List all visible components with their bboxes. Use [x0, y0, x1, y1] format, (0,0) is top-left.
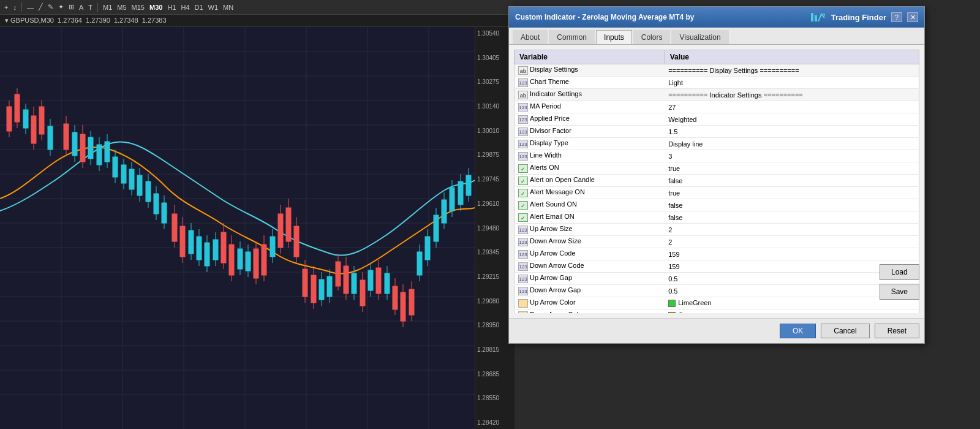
save-button[interactable]: Save — [880, 284, 919, 300]
svg-rect-131 — [458, 181, 463, 205]
table-row: 123Up Arrow Gap0.5 — [514, 273, 919, 285]
param-value-6[interactable]: Display line — [665, 138, 919, 150]
svg-rect-95 — [162, 203, 167, 223]
svg-rect-127 — [442, 200, 447, 223]
tab-visualization[interactable]: Visualization — [671, 30, 728, 44]
candlestick-chart — [0, 27, 475, 429]
tab-inputs[interactable]: Inputs — [596, 30, 632, 44]
table-row: 123Down Arrow Size2 — [514, 236, 919, 248]
tf-m1[interactable]: M1 — [101, 4, 114, 11]
param-value-8[interactable]: true — [665, 162, 919, 175]
param-value-15[interactable]: 159 — [665, 248, 919, 260]
svg-rect-43 — [254, 249, 258, 278]
col-value: Value — [665, 50, 919, 64]
params-table: Variable Value abDisplay Settings=======… — [514, 50, 919, 313]
tool-label[interactable]: T — [86, 4, 94, 11]
tool-text[interactable]: A — [77, 4, 85, 11]
chart-toolbar: + ↕ — ╱ ✎ ✦ ⊞ A T M1 M5 M15 M30 H1 H4 D1… — [0, 0, 514, 15]
tf-h1[interactable]: H1 — [165, 4, 178, 11]
svg-rect-105 — [238, 249, 243, 269]
table-row: 123Down Arrow Code159 — [514, 260, 919, 273]
svg-rect-75 — [72, 132, 77, 156]
svg-rect-51 — [294, 226, 299, 257]
param-value-12[interactable]: false — [665, 211, 919, 224]
svg-rect-121 — [417, 252, 422, 275]
svg-rect-31 — [64, 124, 69, 150]
svg-rect-99 — [197, 237, 202, 260]
footer-buttons: OK Cancel Reset — [780, 324, 919, 338]
tf-w1[interactable]: W1 — [206, 4, 221, 11]
param-value-20[interactable]: Orange — [665, 309, 919, 314]
table-row: 123Up Arrow Code159 — [514, 248, 919, 260]
param-value-9[interactable]: false — [665, 175, 919, 187]
symbol-info: ▾ GBPUSD,M30 1.27364 1.27390 1.27348 1.2… — [5, 17, 167, 25]
tool-gann[interactable]: ⊞ — [67, 3, 76, 11]
svg-rect-39 — [221, 232, 226, 263]
svg-rect-27 — [31, 116, 36, 143]
color-swatch — [668, 312, 676, 313]
dialog-footer: OK Cancel Reset — [509, 318, 924, 343]
svg-rect-63 — [376, 268, 381, 294]
param-value-1[interactable]: Light — [665, 77, 919, 89]
cancel-button[interactable]: Cancel — [821, 324, 869, 338]
table-row: 123Chart ThemeLight — [514, 77, 919, 89]
svg-rect-61 — [360, 280, 365, 306]
param-value-7[interactable]: 3 — [665, 150, 919, 162]
svg-rect-115 — [352, 273, 356, 294]
tool-shapes[interactable]: ✦ — [56, 3, 66, 11]
tool-crosshair[interactable]: + — [2, 4, 10, 11]
tool-hline[interactable]: — — [25, 4, 36, 11]
tf-h4[interactable]: H4 — [179, 4, 191, 11]
svg-rect-87 — [129, 169, 134, 189]
param-value-5[interactable]: 1.5 — [665, 126, 919, 138]
tool-arrow[interactable]: ↕ — [11, 4, 18, 11]
param-value-11[interactable]: false — [665, 199, 919, 211]
svg-rect-53 — [303, 269, 307, 297]
svg-rect-113 — [327, 276, 332, 297]
param-value-0: ========== Display Settings ========== — [665, 64, 919, 77]
tf-d1[interactable]: D1 — [193, 4, 205, 11]
svg-rect-93 — [154, 194, 159, 214]
tf-m15[interactable]: M15 — [130, 4, 146, 11]
svg-rect-23 — [7, 107, 12, 131]
param-value-14[interactable]: 2 — [665, 236, 919, 248]
svg-rect-25 — [15, 94, 20, 122]
param-value-13[interactable]: 2 — [665, 224, 919, 236]
trading-finder-logo: Trading Finder — [810, 10, 886, 24]
col-variable: Variable — [514, 50, 665, 64]
param-value-2: ========== Indicator Settings ========== — [665, 89, 919, 101]
svg-rect-109 — [270, 237, 275, 257]
svg-rect-85 — [121, 165, 126, 183]
param-value-10[interactable]: true — [665, 187, 919, 199]
svg-rect-117 — [368, 270, 373, 290]
svg-rect-97 — [189, 230, 194, 254]
table-row: Up Arrow ColorLimeGreen — [514, 297, 919, 309]
svg-rect-45 — [262, 245, 266, 275]
load-button[interactable]: Load — [880, 264, 919, 280]
tool-trendline[interactable]: ╱ — [37, 3, 45, 11]
tool-draw[interactable]: ✎ — [46, 3, 55, 11]
table-row: 123Line Width3 — [514, 150, 919, 162]
table-row: ✓Alerts ONtrue — [514, 162, 919, 175]
tf-mn[interactable]: MN — [221, 4, 235, 11]
params-scroll[interactable]: Variable Value abDisplay Settings=======… — [514, 50, 919, 313]
param-value-3[interactable]: 27 — [665, 101, 919, 113]
param-value-4[interactable]: Weighted — [665, 113, 919, 126]
dialog-title: Custom Indicator - Zerolag Moving Averag… — [515, 13, 694, 21]
dialog-body: Variable Value abDisplay Settings=======… — [509, 45, 924, 318]
tab-common[interactable]: Common — [549, 30, 595, 44]
svg-rect-59 — [344, 266, 349, 294]
tab-colors[interactable]: Colors — [633, 30, 671, 44]
tab-about[interactable]: About — [513, 30, 548, 44]
table-row: 123Down Arrow Gap0.5 — [514, 285, 919, 297]
svg-rect-135 — [815, 15, 817, 21]
svg-rect-89 — [137, 175, 142, 196]
help-button[interactable]: ? — [891, 12, 902, 22]
close-button[interactable]: ✕ — [907, 12, 918, 22]
reset-button[interactable]: Reset — [875, 324, 919, 338]
svg-rect-129 — [450, 188, 454, 211]
ok-button[interactable]: OK — [780, 324, 816, 338]
indicator-dialog: Custom Indicator - Zerolag Moving Averag… — [508, 6, 925, 344]
tf-m30[interactable]: M30 — [148, 4, 164, 11]
tf-m5[interactable]: M5 — [115, 4, 128, 11]
